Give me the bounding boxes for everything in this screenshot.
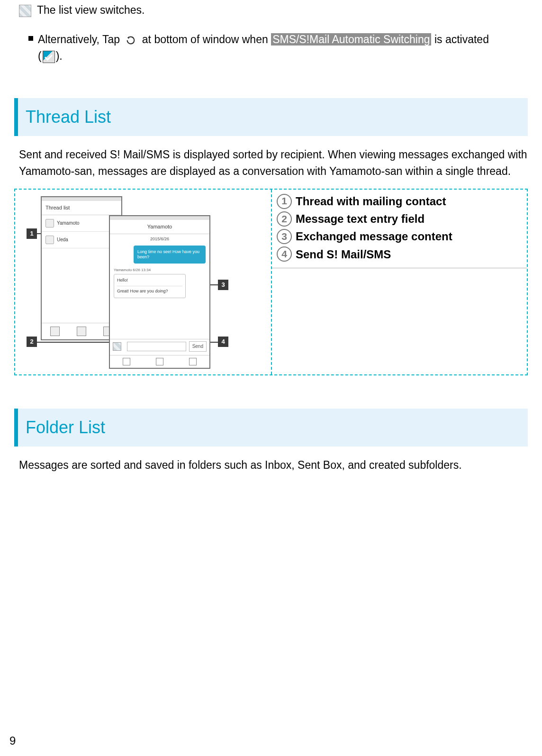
legend-text: Exchanged message content	[296, 228, 452, 245]
bullet-icon	[28, 36, 33, 41]
message-in-meta: Yamamoto 6/26 13:34	[114, 267, 186, 273]
legend-item: 4 Send S! Mail/SMS	[277, 246, 522, 263]
legend-text: Send S! Mail/SMS	[296, 246, 391, 263]
alt-text-prefix: Alternatively, Tap	[38, 33, 120, 46]
message-entry-bar: Send	[110, 339, 209, 354]
message-in: Yamamoto 6/26 13:34 Hello! Great! How ar…	[114, 267, 186, 298]
legend-item: 1 Thread with mailing contact	[277, 192, 522, 210]
phone-system-bar	[110, 355, 209, 368]
thread-row-label: Ueda	[57, 236, 68, 244]
avatar-icon	[45, 236, 54, 244]
phone-right-title: Yamamoto	[110, 220, 209, 234]
checkbox-on-icon	[43, 51, 55, 63]
recent-icon	[189, 358, 197, 365]
bottom-icon	[50, 327, 60, 336]
send-button: Send	[189, 341, 207, 352]
callout-line	[37, 342, 111, 343]
home-icon	[156, 358, 163, 365]
alt-text-mid: at bottom of window when	[142, 33, 268, 46]
alt-text-suffix1: is activated	[434, 33, 489, 46]
legend-text: Message text entry field	[296, 210, 425, 228]
conversation-date: 2015/6/26	[110, 234, 209, 244]
thread-row-label: Yamamoto	[57, 219, 80, 227]
thread-list-body: Sent and received S! Mail/SMS is display…	[14, 146, 528, 180]
message-input	[127, 342, 186, 351]
alternative-instruction: Alternatively, Tap at bottom of window w…	[28, 31, 528, 65]
legend-text: Thread with mailing contact	[296, 192, 446, 210]
attach-icon	[113, 342, 121, 351]
thread-list-heading: Thread List	[14, 98, 528, 136]
message-out: Long time no see! How have you been?	[134, 246, 206, 264]
legend-number: 4	[277, 246, 292, 262]
switch-text: The list view switches.	[37, 4, 145, 16]
legend-number: 2	[277, 211, 292, 227]
legend-item: 2 Message text entry field	[277, 210, 522, 228]
thread-list-callout: 1 2 3 4 Thread list	[14, 189, 528, 375]
callout-marker-4: 4	[218, 337, 228, 347]
back-icon	[123, 358, 130, 365]
paren-close: ).	[56, 50, 63, 62]
folder-list-body: Messages are sorted and saved in folders…	[14, 457, 528, 474]
message-in-line: Hello!	[117, 277, 182, 284]
refresh-icon	[125, 34, 137, 46]
callout-marker-3: 3	[218, 280, 228, 290]
folder-list-heading: Folder List	[14, 409, 528, 446]
indicator-icon	[19, 5, 31, 17]
legend-item: 3 Exchanged message content	[277, 228, 522, 245]
legend-number: 3	[277, 229, 292, 244]
legend-list: 1 Thread with mailing contact 2 Message …	[272, 190, 527, 268]
phone-conversation: Yamamoto 2015/6/26 Long time no see! How…	[109, 215, 210, 369]
bottom-icon	[77, 327, 86, 336]
paren-open: (	[38, 50, 42, 62]
legend-number: 1	[277, 194, 292, 209]
callout-marker-1: 1	[27, 228, 37, 239]
screenshot-mock: 1 2 3 4 Thread list	[19, 194, 267, 370]
avatar-icon	[45, 219, 54, 228]
highlight-setting: SMS/S!Mail Automatic Switching	[271, 33, 431, 46]
callout-marker-2: 2	[27, 337, 37, 347]
phone-left-title: Thread list	[42, 201, 121, 215]
message-in-line: Great! How are you doing?	[117, 288, 182, 295]
page-number: 9	[9, 732, 16, 749]
